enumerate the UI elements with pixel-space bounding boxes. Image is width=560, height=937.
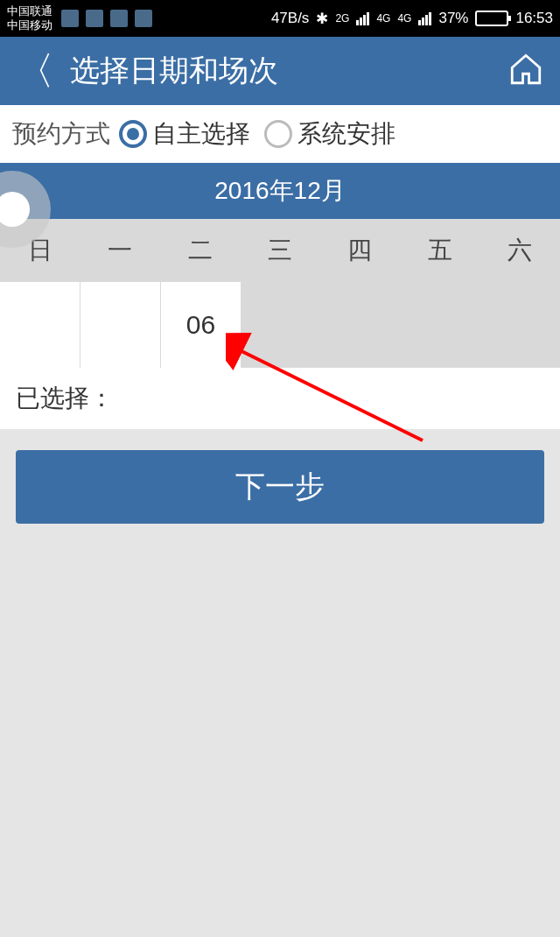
battery-pct: 37% [438, 10, 468, 27]
notif-icon-1 [61, 10, 79, 27]
selected-row: 已选择： [0, 368, 560, 429]
calendar-cell-empty-1[interactable] [0, 282, 80, 368]
calendar-cell-empty-5 [401, 282, 480, 368]
clock: 16:53 [515, 10, 553, 27]
calendar-cell-empty-4 [321, 282, 401, 368]
next-button[interactable]: 下一步 [16, 450, 544, 524]
calendar-date-06: 06 [186, 310, 215, 340]
network-4g-2: 4G [397, 12, 411, 25]
data-speed: 47B/s [271, 10, 309, 27]
calendar-cell-empty-6 [480, 282, 560, 368]
calendar-cell-empty-2[interactable] [80, 282, 161, 368]
status-app-icons [61, 10, 152, 27]
title-bar: 〈 选择日期和场次 [0, 37, 560, 105]
network-2g: 2G [335, 12, 349, 25]
page-title: 选择日期和场次 [70, 51, 508, 91]
booking-mode-row: 预约方式 自主选择 系统安排 [0, 105, 560, 163]
booking-mode-label: 预约方式 [12, 117, 110, 151]
radio-self-select-label: 自主选择 [152, 117, 250, 151]
weekday-thu: 四 [320, 219, 400, 282]
carrier-2: 中国移动 [7, 18, 52, 32]
status-right: 47B/s ✱ 2G 4G 4G 37% 16:53 [271, 10, 553, 28]
carrier-block: 中国联通 中国移动 [7, 4, 52, 32]
month-label: 2016年12月 [214, 174, 345, 208]
status-bar: 中国联通 中国移动 47B/s ✱ 2G 4G 4G 37% 16:53 [0, 0, 560, 37]
notif-icon-4 [135, 10, 152, 27]
radio-selected-icon [119, 120, 147, 148]
network-4g-1: 4G [376, 12, 390, 25]
weekday-wed: 三 [240, 219, 319, 282]
weekday-sat: 六 [480, 219, 560, 282]
bluetooth-icon: ✱ [316, 10, 328, 28]
calendar-cell-06[interactable]: 06 [161, 282, 242, 368]
calendar-cell-empty-3 [242, 282, 321, 368]
battery-icon [475, 11, 508, 26]
next-button-wrap: 下一步 [0, 429, 560, 545]
weekday-mon: 一 [80, 219, 159, 282]
radio-system-arrange[interactable]: 系统安排 [264, 117, 396, 151]
weekday-tue: 二 [160, 219, 240, 282]
signal-bars-2 [418, 12, 431, 25]
signal-bars-1 [356, 12, 369, 25]
home-icon[interactable] [508, 51, 544, 91]
back-icon[interactable]: 〈 [16, 52, 54, 90]
radio-system-arrange-label: 系统安排 [298, 117, 396, 151]
carrier-1: 中国联通 [7, 4, 52, 18]
notif-icon-3 [110, 10, 128, 27]
next-button-label: 下一步 [235, 467, 325, 507]
weekday-fri: 五 [400, 219, 480, 282]
radio-unselected-icon [264, 120, 292, 148]
selected-label: 已选择： [16, 382, 114, 415]
calendar-row: 06 [0, 282, 560, 368]
notif-icon-2 [86, 10, 103, 27]
radio-self-select[interactable]: 自主选择 [119, 117, 250, 151]
month-header: 2016年12月 [0, 163, 560, 219]
weekday-row: 日 一 二 三 四 五 六 [0, 219, 560, 282]
